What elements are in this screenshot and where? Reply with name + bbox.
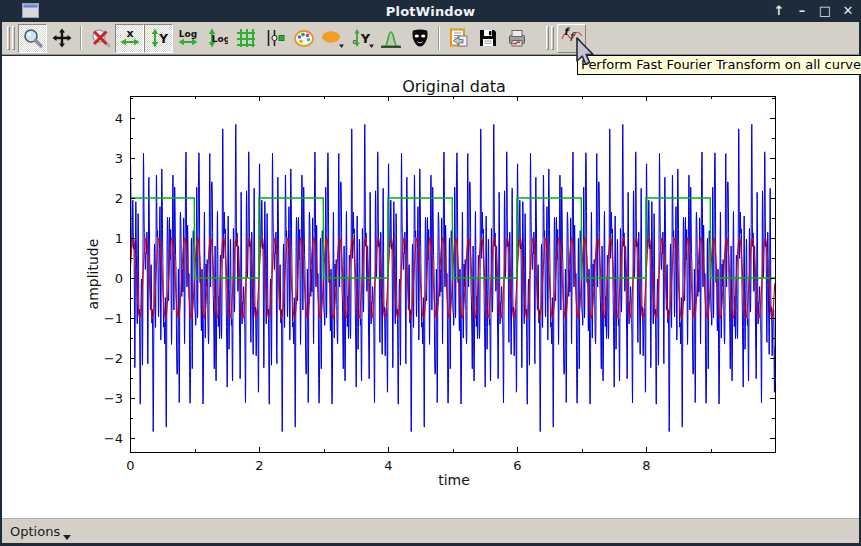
svg-text:−1: −1	[104, 311, 123, 326]
y-range-icon: o Y	[349, 27, 375, 49]
print-icon	[506, 27, 528, 49]
log-x-button[interactable]: Log	[173, 24, 202, 53]
dropdown-caret-icon	[369, 45, 374, 49]
svg-text:0: 0	[115, 271, 123, 286]
close-button[interactable]: ✕	[841, 0, 855, 22]
save-icon	[477, 27, 499, 49]
svg-text:−4: −4	[104, 431, 123, 446]
svg-text:Log: Log	[211, 34, 227, 44]
curve-style-button[interactable]	[289, 24, 318, 53]
svg-text:4: 4	[115, 111, 123, 126]
unzoom-button[interactable]	[86, 24, 115, 53]
copy-icon	[448, 27, 470, 49]
svg-text:−3: −3	[104, 391, 123, 406]
svg-text:x: x	[126, 27, 133, 40]
svg-text:−2: −2	[104, 351, 123, 366]
markers-icon	[264, 27, 286, 49]
minimize-button[interactable]: –	[795, 0, 809, 22]
unzoom-icon	[90, 27, 112, 49]
plot-window: PlotWindow ↑ – □ ✕	[0, 0, 861, 546]
move-icon	[51, 27, 73, 49]
mouse-cursor-icon	[575, 37, 597, 71]
zoom-button[interactable]	[18, 24, 47, 53]
log-y-icon: Log	[206, 27, 228, 49]
maximize-button[interactable]: □	[818, 0, 832, 22]
mask-button[interactable]	[405, 24, 434, 53]
copy-button[interactable]	[444, 24, 473, 53]
svg-text:0: 0	[126, 458, 134, 473]
svg-text:2: 2	[255, 458, 263, 473]
ellipse-icon	[320, 27, 346, 49]
toolbar-drag-handle[interactable]	[7, 26, 15, 50]
plot-title: Original data	[402, 77, 506, 96]
palette-icon	[293, 27, 315, 49]
y-axis-label: amplitude	[85, 239, 101, 310]
toolbar-separator	[80, 26, 82, 50]
svg-text:8: 8	[642, 458, 650, 473]
gaussian-icon	[380, 27, 402, 49]
mask-icon	[409, 27, 431, 49]
grid-button[interactable]	[231, 24, 260, 53]
markers-button[interactable]	[260, 24, 289, 53]
toolbar: x Y Log	[2, 22, 859, 55]
svg-text:6: 6	[513, 458, 521, 473]
x-axis-arrow-icon: x	[119, 27, 141, 49]
gaussian-fit-button[interactable]	[376, 24, 405, 53]
options-button[interactable]: Options	[10, 524, 71, 539]
plot-canvas-area: 02468−4−3−2−101234 Original data time am…	[2, 56, 859, 518]
y-axis-arrow-icon: Y	[148, 27, 170, 49]
svg-text:1: 1	[115, 231, 123, 246]
window-title: PlotWindow	[0, 4, 861, 19]
svg-text:4: 4	[384, 458, 392, 473]
options-label: Options	[10, 524, 60, 539]
svg-text:Log: Log	[178, 29, 196, 39]
autoscale-y-button[interactable]: Y	[144, 24, 173, 53]
svg-text:Y: Y	[359, 31, 370, 46]
y-range-button[interactable]: o Y	[347, 24, 376, 53]
print-button[interactable]	[502, 24, 531, 53]
matplotlib-plot[interactable]: 02468−4−3−2−101234 Original data time am…	[2, 56, 859, 518]
titlebar[interactable]: PlotWindow ↑ – □ ✕	[0, 0, 861, 22]
dropdown-caret-icon	[339, 45, 344, 49]
dropdown-caret-icon	[63, 535, 71, 540]
x-axis-label: time	[438, 472, 470, 488]
svg-text:3: 3	[115, 151, 123, 166]
shade-button[interactable]: ↑	[772, 0, 786, 22]
log-y-button[interactable]: Log	[202, 24, 231, 53]
magnifier-icon	[22, 27, 44, 49]
log-x-icon: Log	[177, 27, 199, 49]
svg-text:2: 2	[115, 191, 123, 206]
pan-button[interactable]	[47, 24, 76, 53]
fft-tooltip: Perform Fast Fourier Transform on all cu…	[577, 55, 861, 75]
toolbar-drag-handle[interactable]	[546, 26, 554, 50]
save-button[interactable]	[473, 24, 502, 53]
options-bar: Options	[2, 518, 859, 543]
shape-style-button[interactable]	[318, 24, 347, 53]
autoscale-x-button[interactable]: x	[115, 24, 144, 53]
toolbar-separator	[438, 26, 440, 50]
grid-icon	[235, 27, 257, 49]
svg-text:Y: Y	[158, 32, 168, 46]
